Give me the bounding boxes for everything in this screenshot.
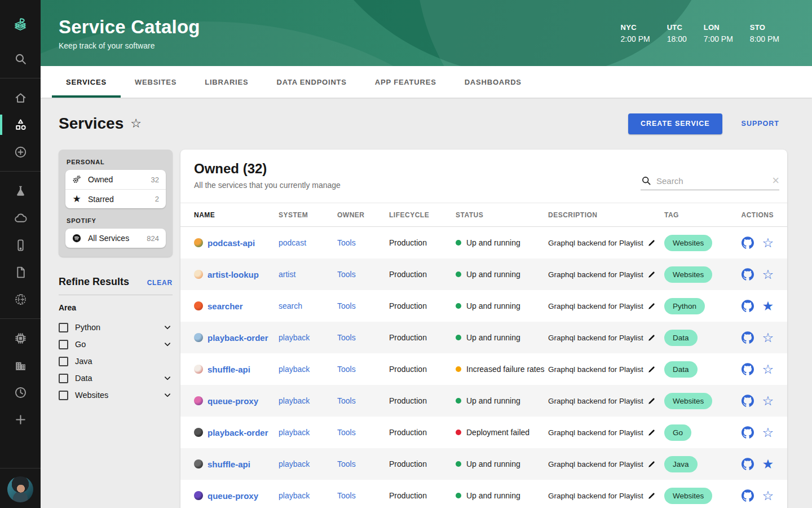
github-icon[interactable]: [742, 268, 754, 281]
system-link[interactable]: podcast: [279, 238, 306, 247]
github-icon[interactable]: [742, 331, 754, 344]
clear-filters-button[interactable]: CLEAR: [147, 279, 173, 287]
system-link[interactable]: playback: [279, 459, 310, 468]
github-icon[interactable]: [742, 300, 754, 312]
sidebar-item-phone[interactable]: [0, 231, 41, 259]
chevron-down-icon[interactable]: [162, 322, 173, 332]
owner-link[interactable]: Tools: [337, 491, 356, 500]
github-icon[interactable]: [742, 237, 754, 249]
area-option-data[interactable]: Data: [59, 370, 173, 387]
create-service-button[interactable]: CREATE SERVICE: [628, 113, 722, 134]
service-name-link[interactable]: podcast-api: [208, 238, 255, 248]
system-link[interactable]: playback: [279, 428, 310, 437]
owner-link[interactable]: Tools: [337, 333, 356, 342]
sidebar-item-cloud[interactable]: [0, 204, 41, 231]
star-outline-icon[interactable]: ☆: [762, 426, 774, 439]
service-name-link[interactable]: playback-order: [208, 333, 268, 343]
checkbox[interactable]: [59, 323, 68, 332]
sidebar-item-catalog[interactable]: [0, 111, 41, 138]
github-icon[interactable]: [742, 458, 754, 470]
edit-description-icon[interactable]: [647, 365, 656, 374]
owner-link[interactable]: Tools: [337, 301, 356, 310]
tag-pill[interactable]: Data: [664, 330, 698, 346]
area-option-go[interactable]: Go: [59, 336, 173, 353]
star-outline-icon[interactable]: ☆: [762, 331, 774, 344]
github-icon[interactable]: [742, 395, 754, 407]
owner-link[interactable]: Tools: [337, 365, 356, 374]
checkbox[interactable]: [59, 357, 68, 366]
service-name-link[interactable]: playback-order: [208, 428, 268, 437]
sidebar-item-home[interactable]: [0, 84, 41, 111]
tab-websites[interactable]: WEBSITES: [121, 66, 191, 98]
tag-pill[interactable]: Websites: [664, 235, 712, 251]
github-icon[interactable]: [742, 489, 754, 502]
page-star-icon[interactable]: ☆: [130, 116, 142, 131]
sidebar-item-plus[interactable]: [0, 406, 41, 433]
edit-description-icon[interactable]: [647, 397, 656, 405]
star-outline-icon[interactable]: ☆: [762, 237, 774, 249]
service-name-link[interactable]: shuffle-api: [208, 459, 250, 469]
star-outline-icon[interactable]: ☆: [762, 395, 774, 408]
sidebar-item-building[interactable]: [0, 352, 41, 379]
tag-pill[interactable]: Python: [664, 298, 705, 314]
filter-item-owned[interactable]: Owned 32: [65, 170, 166, 189]
checkbox[interactable]: [59, 374, 68, 383]
tab-services[interactable]: SERVICES: [52, 66, 121, 98]
service-name-link[interactable]: queue-proxy: [208, 396, 258, 406]
tag-pill[interactable]: Websites: [664, 393, 712, 409]
edit-description-icon[interactable]: [647, 492, 656, 500]
star-filled-icon[interactable]: ★: [762, 300, 774, 313]
system-link[interactable]: playback: [279, 396, 310, 405]
clear-search-icon[interactable]: ×: [772, 174, 779, 187]
sidebar-item-search[interactable]: [0, 45, 41, 72]
edit-description-icon[interactable]: [647, 239, 656, 247]
owner-link[interactable]: Tools: [337, 459, 356, 468]
chevron-down-icon[interactable]: [162, 390, 173, 400]
filter-item-all-services[interactable]: All Services 824: [65, 229, 166, 248]
system-link[interactable]: playback: [279, 333, 310, 342]
owner-link[interactable]: Tools: [337, 428, 356, 437]
filter-item-starred[interactable]: ★ Starred 2: [65, 189, 166, 208]
star-outline-icon[interactable]: ☆: [762, 268, 774, 281]
edit-description-icon[interactable]: [647, 334, 656, 342]
tab-app-features[interactable]: APP FEATURES: [361, 66, 451, 98]
area-option-java[interactable]: Java: [59, 353, 173, 370]
service-name-link[interactable]: queue-proxy: [208, 491, 258, 501]
chevron-down-icon[interactable]: [162, 373, 173, 383]
edit-description-icon[interactable]: [647, 428, 656, 437]
tag-pill[interactable]: Data: [664, 361, 698, 378]
support-button[interactable]: SUPPORT: [742, 120, 779, 128]
backstage-logo-icon[interactable]: [7, 11, 34, 38]
edit-description-icon[interactable]: [647, 270, 656, 279]
sidebar-item-document[interactable]: [0, 259, 41, 286]
tab-dashboards[interactable]: DASHBOARDS: [451, 66, 536, 98]
tag-pill[interactable]: Websites: [664, 266, 712, 283]
edit-description-icon[interactable]: [647, 302, 656, 310]
tag-pill[interactable]: Java: [664, 456, 698, 472]
search-input[interactable]: [656, 176, 772, 186]
owner-link[interactable]: Tools: [337, 396, 356, 405]
star-filled-icon[interactable]: ★: [762, 458, 774, 471]
checkbox[interactable]: [59, 391, 68, 400]
system-link[interactable]: playback: [279, 491, 310, 500]
github-icon[interactable]: [742, 426, 754, 439]
sidebar-item-chip[interactable]: [0, 325, 41, 352]
service-name-link[interactable]: artist-lookup: [208, 270, 259, 279]
sidebar-item-flask[interactable]: [0, 177, 41, 204]
service-name-link[interactable]: shuffle-api: [208, 365, 250, 374]
service-name-link[interactable]: searcher: [208, 301, 243, 311]
owner-link[interactable]: Tools: [337, 270, 356, 279]
system-link[interactable]: playback: [279, 365, 310, 374]
checkbox[interactable]: [59, 340, 68, 349]
github-icon[interactable]: [742, 363, 754, 375]
system-link[interactable]: artist: [279, 270, 295, 279]
star-outline-icon[interactable]: ☆: [762, 489, 774, 502]
tab-libraries[interactable]: LIBRARIES: [191, 66, 262, 98]
sidebar-item-clock[interactable]: [0, 379, 41, 406]
chevron-down-icon[interactable]: [162, 339, 173, 349]
edit-description-icon[interactable]: [647, 460, 656, 468]
owner-link[interactable]: Tools: [337, 238, 356, 247]
area-option-python[interactable]: Python: [59, 319, 173, 336]
system-link[interactable]: search: [279, 301, 302, 310]
area-option-websites[interactable]: Websites: [59, 387, 173, 404]
